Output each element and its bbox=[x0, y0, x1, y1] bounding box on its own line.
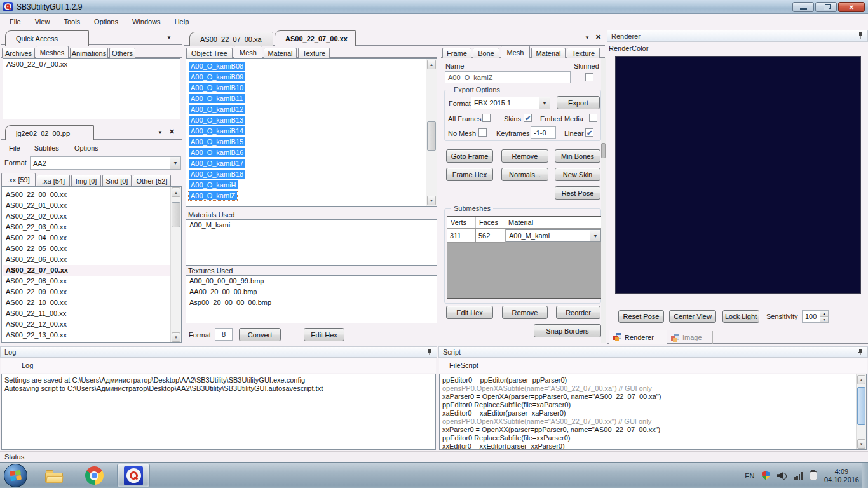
menu-tools[interactable]: Tools bbox=[57, 15, 87, 28]
log-textarea[interactable]: Settings are saved at C:\Users\Администр… bbox=[1, 374, 436, 450]
script-menu-file[interactable]: File bbox=[439, 362, 461, 369]
tab-bone[interactable]: Bone bbox=[473, 48, 499, 58]
mesh-file-listbox[interactable]: AS00_22_07_00.xx bbox=[3, 58, 180, 119]
frame-hex-button[interactable]: Frame Hex bbox=[446, 168, 493, 181]
min-bones-button[interactable]: Min Bones bbox=[555, 149, 600, 163]
scroll-down-icon[interactable]: ▼ bbox=[857, 439, 865, 449]
list-item[interactable]: A00_00_00_00_99.bmp bbox=[186, 276, 437, 287]
tab-object-tree[interactable]: Object Tree bbox=[186, 48, 233, 58]
pp-menu-subfiles[interactable]: Subfiles bbox=[27, 142, 67, 154]
list-item[interactable]: AS00_22_11_00.xx bbox=[3, 308, 170, 319]
taskbar-chrome-button[interactable] bbox=[78, 464, 111, 487]
tab-texture[interactable]: Texture bbox=[567, 48, 600, 58]
pp-menu-options[interactable]: Options bbox=[67, 142, 106, 154]
list-item[interactable]: AS00_22_01_00.xx bbox=[3, 200, 170, 211]
lock-light-button[interactable]: Lock Light bbox=[722, 310, 759, 323]
script-menu-script[interactable]: Script bbox=[461, 362, 478, 369]
security-shield-icon[interactable] bbox=[762, 471, 770, 480]
rest-pose-button[interactable]: Rest Pose bbox=[555, 186, 600, 200]
scroll-up-icon[interactable]: ▲ bbox=[857, 375, 865, 384]
tab-snd[interactable]: Snd [0] bbox=[102, 175, 132, 186]
list-item[interactable]: AS00_22_06_00.xx bbox=[3, 254, 170, 265]
dropdown-icon[interactable]: ▼ bbox=[539, 97, 550, 109]
xx-edit-hex-button[interactable]: Edit Hex bbox=[304, 328, 344, 341]
mesh-item-label[interactable]: A00_O_kamiB15 bbox=[189, 137, 245, 146]
pin-icon[interactable] bbox=[426, 349, 433, 356]
scroll-up-icon[interactable]: ▲ bbox=[172, 187, 180, 197]
menu-view[interactable]: View bbox=[28, 15, 57, 28]
show-desktop-button[interactable] bbox=[862, 463, 868, 488]
list-item[interactable]: AS00_22_03_00.xx bbox=[3, 222, 170, 233]
mesh-item-label[interactable]: A00_O_kamiB16 bbox=[189, 148, 245, 157]
renderer-menu-color[interactable]: Color bbox=[632, 44, 648, 52]
skinned-checkbox[interactable] bbox=[585, 73, 593, 81]
editor-dropdown-icon[interactable]: ▼ bbox=[585, 35, 590, 41]
export-format-combobox[interactable]: FBX 2015.1 ▼ bbox=[471, 97, 550, 109]
list-item[interactable]: AS00_22_10_00.xx bbox=[3, 297, 170, 308]
tab-material[interactable]: Material bbox=[531, 48, 566, 58]
minimize-button[interactable] bbox=[792, 2, 814, 12]
snap-borders-button[interactable]: Snap Borders bbox=[534, 324, 601, 337]
subfile-listbox[interactable]: AS00_22_00_00.xx AS00_22_01_00.xx AS00_2… bbox=[1, 186, 182, 343]
mesh-listbox[interactable]: A00_O_kamiB08 A00_O_kamiB09 A00_O_kamiB1… bbox=[186, 58, 437, 207]
mesh-item-label[interactable]: A00_O_kamiB17 bbox=[189, 159, 245, 168]
scroll-down-icon[interactable]: ▼ bbox=[427, 196, 436, 205]
keyframes-field[interactable]: -1-0 bbox=[531, 126, 556, 139]
pp-file-tab[interactable]: jg2e02_02_00.pp bbox=[5, 125, 94, 140]
tab-xa[interactable]: .xa [54] bbox=[37, 175, 70, 186]
list-item[interactable]: AS00_22_09_00.xx bbox=[3, 287, 170, 297]
scrollbar-thumb[interactable] bbox=[172, 202, 180, 227]
skins-checkbox[interactable]: ✔ bbox=[524, 114, 532, 122]
submesh-reorder-button[interactable]: Reorder bbox=[556, 306, 600, 319]
script-scrollbar[interactable]: ▲ ▼ bbox=[856, 374, 866, 449]
list-item[interactable]: AS00_22_02_00.xx bbox=[3, 211, 170, 222]
column-header-faces[interactable]: Faces bbox=[476, 217, 505, 228]
quick-access-tab[interactable]: Quick Access bbox=[5, 30, 89, 46]
list-item[interactable]: AA00_20_00_00.bmp bbox=[186, 287, 437, 297]
convert-button[interactable]: Convert bbox=[239, 328, 281, 341]
list-item[interactable]: AS00_22_04_00.xx bbox=[3, 233, 170, 243]
textures-used-listbox[interactable]: A00_00_00_00_99.bmp AA00_20_00_00.bmp As… bbox=[186, 275, 437, 323]
tab-other[interactable]: Other [52] bbox=[133, 175, 171, 186]
close-button[interactable]: ✕ bbox=[838, 2, 865, 12]
editor-close-icon[interactable]: ✕ bbox=[595, 33, 601, 41]
clock[interactable]: 4:09 04.10.2016 bbox=[824, 468, 859, 484]
mesh-item-label[interactable]: A00_O_kamiB13 bbox=[189, 116, 245, 125]
mesh-item-label[interactable]: A00_O_kamiB12 bbox=[189, 105, 245, 114]
list-item-selected[interactable]: AS00_22_07_00.xx bbox=[3, 265, 170, 276]
xx-format-field[interactable]: 8 bbox=[215, 328, 233, 341]
cell-verts[interactable]: 311 bbox=[447, 229, 476, 243]
tab-img[interactable]: Img [0] bbox=[71, 175, 101, 186]
mesh-item-label[interactable]: A00_O_kamiB18 bbox=[189, 170, 245, 179]
pp-close-icon[interactable]: ✕ bbox=[169, 128, 175, 136]
menu-file[interactable]: File bbox=[3, 15, 28, 28]
mesh-item-label[interactable]: A00_O_kamiB09 bbox=[189, 72, 245, 81]
list-item[interactable]: A00_M_kami bbox=[186, 220, 437, 231]
sensitivity-field[interactable]: 100 bbox=[802, 310, 820, 323]
scrollbar-thumb[interactable] bbox=[857, 387, 865, 425]
pp-format-combobox[interactable]: AA2 ▼ bbox=[30, 156, 181, 170]
mesh-list-scrollbar[interactable]: ▲ ▼ bbox=[426, 59, 437, 206]
pp-dropdown-icon[interactable]: ▼ bbox=[158, 130, 163, 135]
subfile-list-scrollbar[interactable]: ▲ ▼ bbox=[170, 187, 181, 342]
mesh-item-label[interactable]: A00_O_kamiB10 bbox=[189, 83, 245, 92]
column-header-material[interactable]: Material bbox=[505, 217, 602, 228]
linear-checkbox[interactable]: ✔ bbox=[585, 128, 593, 137]
editor-tab-xa[interactable]: AS00_22_07_00.xa bbox=[189, 32, 273, 46]
mesh-item-label[interactable]: A00_O_kamiB14 bbox=[189, 126, 245, 135]
spin-down-icon[interactable]: ▼ bbox=[820, 317, 828, 323]
taskbar-explorer-button[interactable] bbox=[38, 464, 71, 487]
menu-options[interactable]: Options bbox=[87, 15, 125, 28]
list-item[interactable]: AS00_22_05_00.xx bbox=[3, 243, 170, 254]
scrollbar-thumb[interactable] bbox=[427, 121, 436, 151]
log-menu[interactable]: Log bbox=[1, 362, 33, 369]
embed-media-checkbox[interactable] bbox=[589, 114, 597, 122]
tab-mesh-view[interactable]: Mesh bbox=[234, 46, 262, 58]
tab-frame[interactable]: Frame bbox=[442, 48, 471, 58]
pin-icon[interactable] bbox=[857, 32, 864, 39]
script-textarea[interactable]: ppEditor0 = ppEditor(parser=ppParser0) o… bbox=[439, 374, 867, 450]
mesh-item-label[interactable]: A00_O_kamiH bbox=[189, 180, 238, 189]
submesh-edit-hex-button[interactable]: Edit Hex bbox=[446, 306, 493, 319]
start-button[interactable] bbox=[4, 464, 27, 487]
sensitivity-spinner[interactable]: ▲ ▼ bbox=[820, 310, 829, 323]
